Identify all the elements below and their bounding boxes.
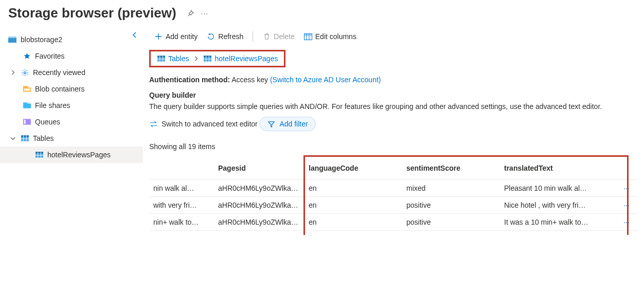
toolbar-label: Delete	[274, 32, 294, 41]
sidebar-item-queues[interactable]: Queues	[0, 114, 143, 130]
results-count: Showing all 19 items	[149, 142, 638, 160]
svg-rect-5	[24, 88, 29, 91]
sidebar-item-table-hotelreviewspages[interactable]: hotelReviewsPages	[0, 147, 143, 163]
sidebar-item-label: Favorites	[35, 52, 65, 60]
chevron-right-icon	[9, 70, 16, 75]
collapse-sidebar-icon[interactable]	[132, 31, 138, 40]
cell: aHR0cHM6Ly9oZWlkaW…	[214, 180, 305, 197]
delete-button: Delete	[262, 32, 294, 41]
toolbar-label: Edit columns	[315, 32, 356, 41]
svg-rect-1	[8, 37, 16, 38]
cell: mixed	[402, 180, 500, 197]
auth-switch-link[interactable]: (Switch to Azure AD User Account)	[270, 76, 381, 84]
cell: nin+ walk to…	[149, 214, 214, 231]
cell: with very fri…	[149, 197, 214, 214]
sidebar-item-recently-viewed[interactable]: Recently viewed	[0, 64, 143, 81]
svg-rect-9	[24, 120, 25, 124]
col-header-pagesid[interactable]: Pagesid	[214, 160, 305, 180]
svg-rect-4	[23, 86, 28, 88]
results-table-wrap: Pagesid languageCode sentimentScore tran…	[149, 160, 638, 231]
cell: It was a 10 min+ walk to…	[500, 214, 615, 231]
breadcrumb-root[interactable]: Tables	[157, 54, 189, 63]
col-header-sentimentscore[interactable]: sentimentScore	[402, 160, 500, 180]
edit-columns-button[interactable]: Edit columns	[304, 32, 356, 41]
row-more-icon[interactable]: ···	[615, 197, 638, 214]
table-icon	[35, 151, 43, 159]
table-icon	[21, 134, 29, 142]
sidebar-item-blob-containers[interactable]: Blob containers	[0, 81, 143, 97]
row-more-icon[interactable]: ···	[615, 180, 638, 197]
pin-icon[interactable]	[187, 10, 194, 17]
cell: aHR0cHM6Ly9oZWlkaW…	[214, 214, 305, 231]
more-icon[interactable]: ···	[201, 9, 209, 17]
sidebar-item-label: Blob containers	[35, 85, 85, 93]
row-more-icon[interactable]: ···	[615, 214, 638, 231]
sidebar-item-file-shares[interactable]: File shares	[0, 97, 143, 114]
cell: Nice hotel , with very fri…	[500, 197, 615, 214]
refresh-icon	[207, 32, 215, 41]
breadcrumb-leaf[interactable]: hotelReviewsPages	[203, 54, 278, 63]
col-header-languagecode[interactable]: languageCode	[305, 160, 402, 180]
breadcrumb-label: hotelReviewsPages	[214, 54, 278, 63]
add-entity-button[interactable]: Add entity	[154, 32, 198, 41]
svg-rect-20	[304, 33, 312, 40]
separator	[253, 31, 253, 42]
svg-rect-7	[23, 102, 27, 104]
svg-rect-25	[157, 56, 165, 57]
add-filter-label: Add filter	[279, 120, 308, 128]
col-header[interactable]	[149, 160, 214, 180]
svg-point-2	[24, 71, 26, 74]
svg-rect-16	[35, 152, 43, 153]
svg-rect-30	[204, 56, 211, 57]
cell: positive	[402, 197, 500, 214]
sidebar-storage-label: blobstorage2	[21, 35, 62, 44]
col-header-actions	[615, 160, 638, 180]
col-header-translatedtext[interactable]: translatedText	[500, 160, 615, 180]
sidebar-item-label: Recently viewed	[33, 68, 85, 77]
table-header-row: Pagesid languageCode sentimentScore tran…	[149, 160, 638, 180]
sidebar-item-label: Tables	[33, 134, 53, 142]
chevron-right-icon	[193, 55, 199, 63]
results-table: Pagesid languageCode sentimentScore tran…	[149, 160, 638, 231]
table-row[interactable]: with very fri… aHR0cHM6Ly9oZWlkaW… en po…	[149, 197, 638, 214]
sidebar-item-label: hotelReviewsPages	[47, 151, 111, 159]
table-row[interactable]: nin walk al… aHR0cHM6Ly9oZWlkaW… en mixe…	[149, 180, 638, 197]
cell: en	[305, 180, 402, 197]
toolbar-label: Refresh	[218, 32, 243, 41]
breadcrumb: Tables hotelReviewsPages	[149, 50, 285, 67]
sidebar-storage-account[interactable]: blobstorage2	[0, 31, 143, 48]
queues-icon	[23, 118, 31, 126]
add-filter-button[interactable]: Add filter	[259, 117, 315, 131]
table-icon	[203, 54, 211, 63]
storage-account-icon	[8, 35, 16, 44]
toolbar-label: Add entity	[166, 32, 198, 41]
sidebar-item-label: File shares	[35, 101, 70, 110]
trash-icon	[262, 32, 271, 41]
svg-rect-11	[21, 135, 29, 137]
sidebar-item-label: Queues	[35, 118, 60, 126]
container-icon	[23, 85, 31, 93]
auth-value: Access key	[231, 76, 268, 84]
query-builder-heading: Query builder	[149, 86, 638, 102]
auth-label: Authentication method:	[149, 76, 230, 84]
switch-editor-link[interactable]: Switch to advanced text editor	[149, 120, 258, 135]
plus-icon	[154, 32, 163, 41]
cell: positive	[402, 214, 500, 231]
main-content: Add entity Refresh Delete Edit columns	[143, 28, 644, 235]
file-shares-icon	[23, 101, 31, 110]
page-title: Storage browser (preview)	[8, 5, 176, 21]
sidebar-item-favorites[interactable]: Favorites	[0, 48, 143, 64]
cell: en	[305, 197, 402, 214]
page-header: Storage browser (preview) ···	[0, 0, 644, 28]
toolbar: Add entity Refresh Delete Edit columns	[149, 28, 638, 46]
sidebar-item-tables[interactable]: Tables	[0, 130, 143, 147]
switch-editor-label: Switch to advanced text editor	[162, 120, 258, 128]
table-row[interactable]: nin+ walk to… aHR0cHM6Ly9oZWlkaW… en pos…	[149, 214, 638, 231]
filter-icon	[267, 120, 275, 128]
chevron-down-icon	[9, 136, 16, 141]
refresh-button[interactable]: Refresh	[207, 32, 243, 41]
query-builder-description: The query builder supports simple querie…	[149, 102, 638, 117]
swap-icon	[149, 120, 157, 128]
breadcrumb-label: Tables	[168, 54, 189, 63]
cell: aHR0cHM6Ly9oZWlkaW…	[214, 197, 305, 214]
